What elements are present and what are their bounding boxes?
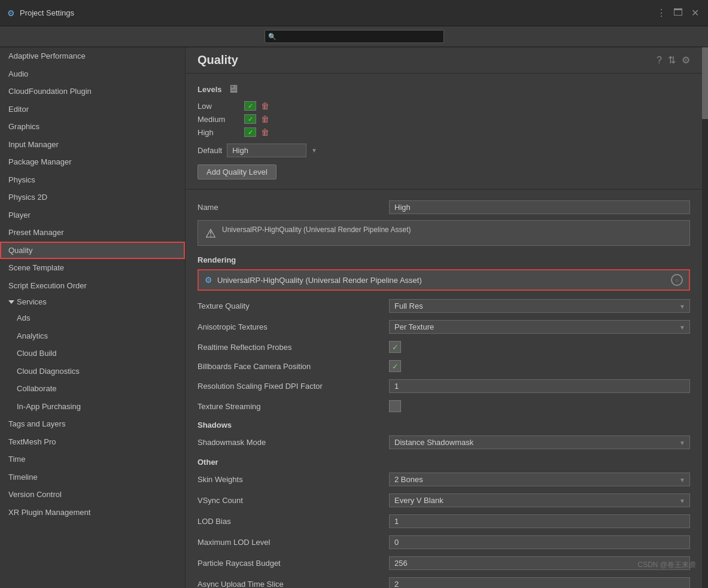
default-label: Default xyxy=(197,146,222,155)
sidebar-item-cloudfoundation-plugin[interactable]: CloudFoundation Plugin xyxy=(0,83,185,100)
search-input[interactable] xyxy=(265,30,444,43)
realtime-reflection-row: Realtime Reflection Probes ✓ xyxy=(186,337,702,357)
sidebar-item-physics-2d[interactable]: Physics 2D xyxy=(0,188,185,206)
level-delete-medium[interactable]: 🗑 xyxy=(261,114,269,124)
level-row-high: High ✓ 🗑 xyxy=(197,126,317,139)
skin-weights-row: Skin Weights 2 Bones 1 Bone 4 Bones Unli… xyxy=(186,469,702,490)
main-layout: Adaptive PerformanceAudioCloudFoundation… xyxy=(0,47,708,588)
level-check-low[interactable]: ✓ xyxy=(244,101,256,111)
sidebar-item-audio[interactable]: Audio xyxy=(0,65,185,83)
max-lod-level-row: Maximum LOD Level xyxy=(186,532,702,553)
resolution-scaling-input[interactable] xyxy=(389,379,690,393)
name-field-row: Name xyxy=(186,197,702,218)
gear-icon[interactable]: ⚙ xyxy=(682,54,690,66)
header-icons: ? ⇅ ⚙ xyxy=(657,54,690,66)
sidebar-item-cloud-diagnostics[interactable]: Cloud Diagnostics xyxy=(0,362,185,380)
level-check-high[interactable]: ✓ xyxy=(244,127,256,137)
vsync-count-dropdown-wrap: Every V Blank Don't Sync Every Second V … xyxy=(389,493,690,507)
sidebar-item-tags-and-layers[interactable]: Tags and Layers xyxy=(0,415,185,433)
level-check-medium[interactable]: ✓ xyxy=(244,114,256,124)
lod-bias-input[interactable] xyxy=(389,514,690,528)
default-select[interactable]: High Medium Low xyxy=(227,144,306,157)
content-panel: Quality ? ⇅ ⚙ Levels 🖥 Low ✓ 🗑 M xyxy=(186,47,702,588)
sidebar-item-version-control[interactable]: Version Control xyxy=(0,486,185,504)
layout-icon[interactable]: ⇅ xyxy=(668,54,676,66)
help-icon[interactable]: ? xyxy=(657,55,662,66)
divider-1 xyxy=(186,189,702,190)
particle-raycast-row: Particle Raycast Budget xyxy=(186,553,702,574)
level-delete-low[interactable]: 🗑 xyxy=(261,101,269,111)
anisotropic-textures-row: Anisotropic Textures Per Texture Forced … xyxy=(186,316,702,337)
level-delete-high[interactable]: 🗑 xyxy=(261,127,269,137)
sidebar-item-collaborate[interactable]: Collaborate xyxy=(0,380,185,398)
texture-quality-dropdown-wrap: Full Res Half Res Quarter Res Eighth Res… xyxy=(389,299,690,313)
sidebar-item-preset-manager[interactable]: Preset Manager xyxy=(0,224,185,242)
minimize-btn[interactable]: 🗖 xyxy=(672,7,684,19)
sidebar-item-physics[interactable]: Physics xyxy=(0,171,185,189)
sidebar-group-services[interactable]: Services xyxy=(0,294,185,309)
sidebar-item-analytics[interactable]: Analytics xyxy=(0,327,185,345)
realtime-reflection-checkbox[interactable]: ✓ xyxy=(389,341,401,353)
async-upload-value xyxy=(389,577,690,588)
sidebar-item-scene-template[interactable]: Scene Template xyxy=(0,259,185,277)
anisotropic-textures-dropdown-wrap: Per Texture Forced On Disabled ▼ xyxy=(389,320,690,334)
sidebar-item-time[interactable]: Time xyxy=(0,450,185,468)
resolution-scaling-label: Resolution Scaling Fixed DPI Factor xyxy=(197,382,389,391)
billboards-checkbox[interactable]: ✓ xyxy=(389,360,401,372)
texture-quality-label: Texture Quality xyxy=(197,301,389,310)
particle-raycast-input[interactable] xyxy=(389,556,690,570)
asset-circle-button[interactable]: ○ xyxy=(671,274,683,286)
sidebar-item-player[interactable]: Player xyxy=(0,206,185,224)
sidebar-item-textmesh-pro[interactable]: TextMesh Pro xyxy=(0,433,185,451)
asset-icon: ⚙ xyxy=(205,275,212,285)
triangle-icon xyxy=(8,300,14,304)
add-quality-level-button[interactable]: Add Quality Level xyxy=(197,164,276,179)
sidebar-item-cloud-build[interactable]: Cloud Build xyxy=(0,345,185,362)
menu-dots-btn[interactable]: ⋮ xyxy=(655,7,667,19)
scrollbar-thumb[interactable] xyxy=(702,47,708,119)
name-text-input[interactable] xyxy=(389,200,690,214)
skin-weights-select[interactable]: 2 Bones 1 Bone 4 Bones Unlimited xyxy=(389,473,690,486)
async-upload-label: Async Upload Time Slice xyxy=(197,580,389,588)
max-lod-level-label: Maximum LOD Level xyxy=(197,538,389,547)
warning-icon: ⚠ xyxy=(205,226,216,240)
sidebar-item-xr-plugin-management[interactable]: XR Plugin Management xyxy=(0,504,185,522)
sidebar-item-in-app-purchasing[interactable]: In-App Purchasing xyxy=(0,398,185,416)
sidebar-item-package-manager[interactable]: Package Manager xyxy=(0,153,185,171)
sidebar-item-adaptive-performance[interactable]: Adaptive Performance xyxy=(0,47,185,65)
sidebar-item-quality[interactable]: Quality xyxy=(0,242,185,260)
rendering-asset-row: ⚙ UniversalRP-HighQuality (Universal Ren… xyxy=(197,269,690,291)
sidebar-item-editor[interactable]: Editor xyxy=(0,100,185,118)
rendering-asset-label: UniversalRP-HighQuality (Universal Rende… xyxy=(217,276,422,285)
shadowmask-mode-dropdown-wrap: Distance Shadowmask Shadowmask ▼ xyxy=(389,435,690,449)
vsync-count-select[interactable]: Every V Blank Don't Sync Every Second V … xyxy=(389,493,690,507)
billboards-row: Billboards Face Camera Position ✓ xyxy=(186,357,702,376)
sidebar-item-graphics[interactable]: Graphics xyxy=(0,118,185,136)
close-btn[interactable]: ✕ xyxy=(689,7,701,19)
texture-quality-select[interactable]: Full Res Half Res Quarter Res Eighth Res xyxy=(389,299,690,313)
sidebar-item-timeline[interactable]: Timeline xyxy=(0,468,185,486)
sidebar-item-ads[interactable]: Ads xyxy=(0,309,185,327)
settings-icon: ⚙ xyxy=(7,8,15,18)
max-lod-level-input[interactable] xyxy=(389,535,690,549)
monitor-icon: 🖥 xyxy=(227,83,238,96)
page-title: Quality xyxy=(197,53,657,67)
resolution-scaling-value xyxy=(389,379,690,393)
particle-raycast-label: Particle Raycast Budget xyxy=(197,559,389,568)
texture-streaming-checkbox[interactable] xyxy=(389,400,401,412)
shadowmask-mode-select[interactable]: Distance Shadowmask Shadowmask xyxy=(389,435,690,449)
skin-weights-label: Skin Weights xyxy=(197,475,389,484)
search-wrap: 🔍 xyxy=(265,30,444,43)
anisotropic-textures-select[interactable]: Per Texture Forced On Disabled xyxy=(389,320,690,334)
content-header: Quality ? ⇅ ⚙ xyxy=(186,47,702,74)
level-row-medium: Medium ✓ 🗑 xyxy=(197,112,317,126)
title-bar: ⚙ Project Settings ⋮ 🗖 ✕ xyxy=(0,0,708,26)
name-field-value xyxy=(389,200,690,214)
scrollbar[interactable] xyxy=(702,47,708,588)
sidebar-item-input-manager[interactable]: Input Manager xyxy=(0,136,185,154)
async-upload-input[interactable] xyxy=(389,577,690,588)
anisotropic-textures-label: Anisotropic Textures xyxy=(197,322,389,331)
resolution-scaling-row: Resolution Scaling Fixed DPI Factor xyxy=(186,376,702,397)
levels-table: Levels 🖥 Low ✓ 🗑 Medium ✓ 🗑 High ✓ 🗑 xyxy=(197,83,317,179)
sidebar-item-script-execution-order[interactable]: Script Execution Order xyxy=(0,277,185,295)
